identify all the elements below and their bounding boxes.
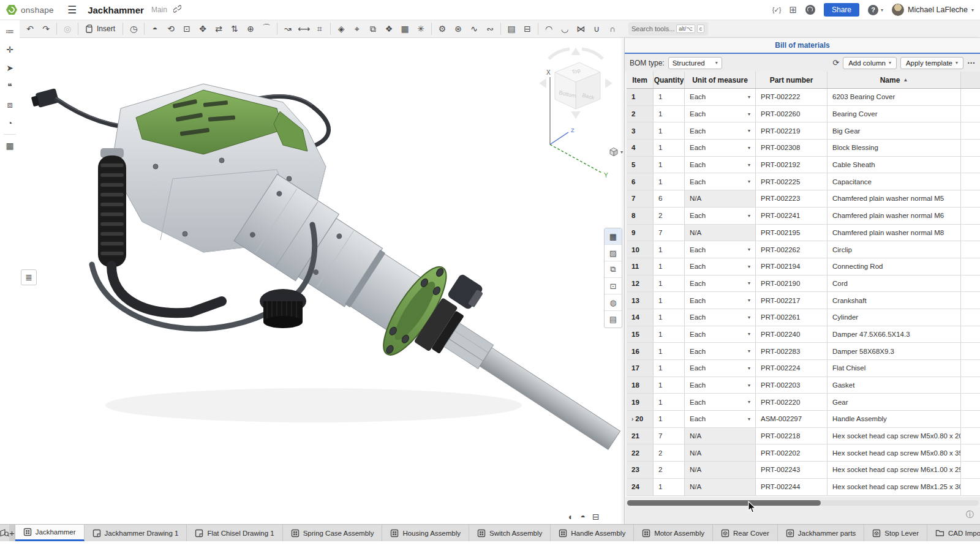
name-cell[interactable]: Hex socket head cap screw M5x0.80 x 35	[827, 444, 961, 461]
search-tools-input[interactable]: Search tools... alt/⌥ c	[628, 22, 708, 36]
appearance-panel-icon[interactable]: ◍	[605, 294, 622, 311]
screw-relation-icon[interactable]: ∿	[467, 21, 481, 36]
part-number-cell[interactable]: PRT-002240	[756, 326, 827, 343]
uom-dropdown-icon[interactable]: ▾	[748, 383, 750, 388]
gear-relation-icon[interactable]: ⚙	[435, 21, 450, 36]
slider-mate-icon[interactable]: ⇅	[227, 21, 242, 36]
bom-hscrollbar-thumb[interactable]	[627, 500, 821, 506]
explode-icon[interactable]: ✳	[413, 21, 428, 36]
named-views-panel-icon[interactable]: ⊡	[605, 278, 622, 294]
view-orientation-button[interactable]: ▾	[609, 147, 623, 157]
bom-row-7[interactable]: 76N/APRT-002223Chamfered plain washer no…	[627, 190, 980, 208]
part-number-cell[interactable]: PRT-002194	[756, 258, 827, 275]
belt-relation-icon[interactable]: ∾	[483, 21, 497, 36]
animation-icon[interactable]: ∪	[589, 21, 604, 36]
name-cell[interactable]: Chamfered plain washer normal M6	[827, 208, 961, 224]
part-number-cell[interactable]: PRT-002262	[756, 241, 827, 258]
part-number-cell[interactable]: PRT-002192	[756, 157, 827, 173]
uom-dropdown-icon[interactable]: ▾	[748, 111, 750, 117]
part-number-cell[interactable]: PRT-002283	[756, 343, 827, 359]
tangent-mate-icon[interactable]: ↝	[281, 21, 295, 36]
bom-row-10[interactable]: 101Each▾PRT-002262Circlip	[627, 241, 980, 258]
versions-icon[interactable]: ⧈	[2, 97, 17, 112]
bom-row-22[interactable]: 222N/APRT-002202Hex socket head cap scre…	[627, 444, 980, 462]
bom-row-3[interactable]: 31Each▾PRT-002219Big Gear	[627, 122, 980, 140]
part-number-cell[interactable]: PRT-002243	[756, 462, 827, 478]
tab-switch-assembly[interactable]: Switch Assembly	[469, 525, 551, 541]
name-cell[interactable]: Block Blessing	[827, 140, 961, 156]
help-caret-icon[interactable]: ▾	[881, 7, 883, 13]
bom-row-15[interactable]: 151Each▾PRT-002240Damper 47.5X66.5X14.3	[627, 326, 980, 343]
tab-motor-assembly[interactable]: Motor Assembly	[634, 525, 713, 541]
uom-cell[interactable]: Each▾	[685, 377, 756, 394]
user-name[interactable]: Michael LaFleche	[908, 6, 968, 14]
workspace-label[interactable]: Main	[151, 6, 167, 14]
revolute-mate-icon[interactable]: ⟲	[164, 21, 178, 36]
column-header-item[interactable]: Item	[627, 72, 654, 88]
insert-button[interactable]: Insert	[81, 23, 120, 35]
name-cell[interactable]: Crankshaft	[827, 292, 961, 309]
bom-type-select[interactable]: Structured ▾	[668, 57, 722, 69]
instances-tree-toggle[interactable]: ≣	[21, 269, 37, 285]
bom-overflow-menu-icon[interactable]: ⋯	[967, 58, 975, 67]
mate-icon[interactable]: ◓	[148, 21, 162, 36]
part-number-cell[interactable]: PRT-002223	[756, 190, 827, 207]
part-number-cell[interactable]: PRT-002261	[756, 309, 827, 326]
name-cell[interactable]: Connecting Rod	[827, 258, 961, 275]
uom-dropdown-icon[interactable]: ▾	[748, 280, 750, 286]
manage-tabs-icon[interactable]	[0, 525, 9, 541]
bom-row-2[interactable]: 21Each▾PRT-002260Bearing Cover	[627, 106, 980, 123]
in-context-icon[interactable]: ➤	[2, 61, 17, 75]
snap-mode-icon[interactable]: ⧉	[366, 21, 380, 36]
uom-dropdown-icon[interactable]: ▾	[748, 264, 750, 269]
uom-dropdown-icon[interactable]: ▾	[748, 331, 750, 337]
named-views-icon[interactable]: ◠	[541, 21, 556, 36]
bom-row-19[interactable]: 191Each▾PRT-002220Gear	[627, 394, 980, 411]
bom-row-11[interactable]: 111Each▾PRT-002194Connecting Rod	[627, 258, 980, 276]
name-cell[interactable]: Damper 58X68X9.3	[827, 343, 961, 359]
user-avatar[interactable]	[892, 4, 904, 16]
uom-cell[interactable]: Each▾	[685, 309, 756, 326]
column-header-quantity[interactable]: Quantity	[654, 72, 685, 88]
part-number-cell[interactable]: PRT-002202	[756, 444, 827, 461]
measure-icon[interactable]: ⟷	[296, 21, 311, 36]
name-cell[interactable]: Chamfered plain washer normal M5	[827, 190, 961, 207]
rack-pinion-relation-icon[interactable]: ⊛	[451, 21, 466, 36]
uom-dropdown-icon[interactable]: ▾	[748, 416, 750, 422]
bom-row-8[interactable]: 82Each▾PRT-002241Chamfered plain washer …	[627, 208, 980, 225]
featurescript-notices-icon[interactable]: {✓}	[772, 6, 781, 14]
uom-cell[interactable]: Each▾	[685, 292, 756, 309]
mate-connectors-icon[interactable]: ✛	[2, 42, 17, 57]
name-cell[interactable]: Chamfered plain washer normal M8	[827, 225, 961, 241]
tab-stop-lever[interactable]: Stop Lever	[864, 525, 927, 541]
name-cell[interactable]: Big Gear	[827, 122, 961, 139]
name-cell[interactable]: Cord	[827, 276, 961, 292]
uom-cell[interactable]: Each▾	[685, 89, 756, 105]
name-cell[interactable]: Hex socket head cap screw M6x1.00 x 25	[827, 462, 961, 478]
uom-cell[interactable]: Each▾	[685, 157, 756, 173]
uom-dropdown-icon[interactable]: ▾	[748, 365, 750, 371]
model-canvas[interactable]: Top Bottom Back X Y Z ▾	[20, 38, 624, 524]
tab-cad-imports[interactable]: CAD Imports	[927, 525, 980, 541]
tab-handle-assembly[interactable]: Handle Assembly	[551, 525, 634, 541]
bom-row-1[interactable]: 11Each▾PRT-0022226203 Bearing Cover	[627, 89, 980, 106]
learning-center-icon[interactable]	[805, 5, 815, 15]
part-number-cell[interactable]: PRT-002220	[756, 394, 827, 410]
comments-icon[interactable]: ❝	[2, 79, 17, 94]
part-number-cell[interactable]: PRT-002308	[756, 140, 827, 156]
column-header-name[interactable]: Name▲	[827, 72, 961, 88]
view-cube[interactable]: Top Bottom Back X Y Z	[528, 40, 620, 187]
name-cell[interactable]: Flat Chisel	[827, 360, 961, 377]
custom-tables-panel-icon[interactable]: ▤	[605, 311, 622, 328]
bom-row-12[interactable]: 121Each▾PRT-002190Cord	[627, 276, 980, 293]
bom-table-tool-icon[interactable]: ▤	[504, 21, 519, 36]
group-icon[interactable]: ◈	[334, 21, 349, 36]
part-number-cell[interactable]: PRT-002217	[756, 292, 827, 309]
bom-row-4[interactable]: 41Each▾PRT-002308Block Blessing	[627, 140, 980, 157]
uom-cell[interactable]: Each▾	[685, 241, 756, 258]
uom-dropdown-icon[interactable]: ▾	[748, 145, 750, 151]
add-tab-button[interactable]: +	[9, 525, 15, 541]
app-store-icon[interactable]: ⊞	[789, 4, 797, 15]
frame-icon[interactable]: ⌗	[312, 21, 327, 36]
history-icon[interactable]: ◔	[2, 116, 17, 130]
